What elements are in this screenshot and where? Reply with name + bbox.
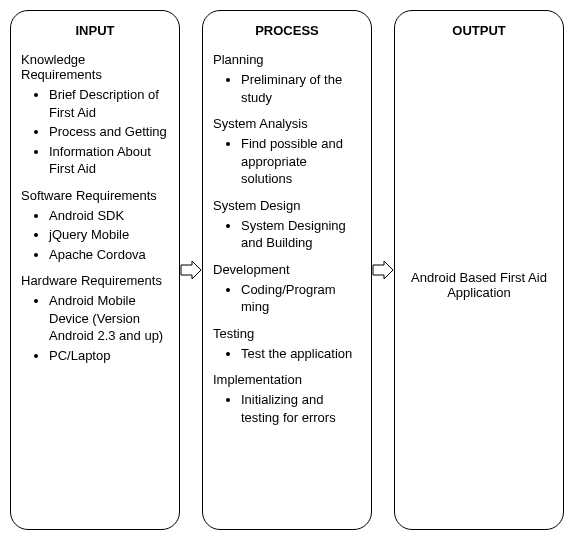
list-item: System Designing and Building <box>241 217 361 252</box>
input-section-heading: Hardware Requirements <box>21 273 169 288</box>
list-item: Android SDK <box>49 207 169 225</box>
process-section-list: Preliminary of the study <box>213 71 361 106</box>
input-section-list: Android Mobile Device (Version Android 2… <box>21 292 169 364</box>
output-box: OUTPUT Android Based First Aid Applicati… <box>394 10 564 530</box>
output-title: OUTPUT <box>405 23 553 38</box>
list-item: jQuery Mobile <box>49 226 169 244</box>
list-item: Find possible and appropriate solutions <box>241 135 361 188</box>
output-text: Android Based First Aid Application <box>411 270 547 300</box>
process-title: PROCESS <box>213 23 361 38</box>
arrow-input-to-process <box>180 259 202 281</box>
list-item: Android Mobile Device (Version Android 2… <box>49 292 169 345</box>
list-item: Process and Getting <box>49 123 169 141</box>
input-title: INPUT <box>21 23 169 38</box>
process-section-heading: Testing <box>213 326 361 341</box>
list-item: Coding/Program ming <box>241 281 361 316</box>
process-section-heading: System Analysis <box>213 116 361 131</box>
input-section-heading: Software Requirements <box>21 188 169 203</box>
process-section-heading: Implementation <box>213 372 361 387</box>
process-box: PROCESS Planning Preliminary of the stud… <box>202 10 372 530</box>
list-item: Initializing and testing for errors <box>241 391 361 426</box>
input-section-heading: Knowledge Requirements <box>21 52 169 82</box>
process-section-list: Test the application <box>213 345 361 363</box>
ipo-diagram: INPUT Knowledge Requirements Brief Descr… <box>10 10 570 530</box>
process-section-list: Coding/Program ming <box>213 281 361 316</box>
arrow-process-to-output <box>372 259 394 281</box>
list-item: Apache Cordova <box>49 246 169 264</box>
process-section-heading: Planning <box>213 52 361 67</box>
list-item: Preliminary of the study <box>241 71 361 106</box>
list-item: Brief Description of First Aid <box>49 86 169 121</box>
list-item: Information About First Aid <box>49 143 169 178</box>
process-section-heading: System Design <box>213 198 361 213</box>
input-section-list: Brief Description of First Aid Process a… <box>21 86 169 178</box>
process-section-list: System Designing and Building <box>213 217 361 252</box>
input-section-list: Android SDK jQuery Mobile Apache Cordova <box>21 207 169 264</box>
arrow-right-icon <box>180 259 202 281</box>
output-body: Android Based First Aid Application <box>405 52 553 517</box>
process-section-list: Initializing and testing for errors <box>213 391 361 426</box>
arrow-right-icon <box>372 259 394 281</box>
list-item: Test the application <box>241 345 361 363</box>
list-item: PC/Laptop <box>49 347 169 365</box>
process-section-heading: Development <box>213 262 361 277</box>
input-box: INPUT Knowledge Requirements Brief Descr… <box>10 10 180 530</box>
process-section-list: Find possible and appropriate solutions <box>213 135 361 188</box>
